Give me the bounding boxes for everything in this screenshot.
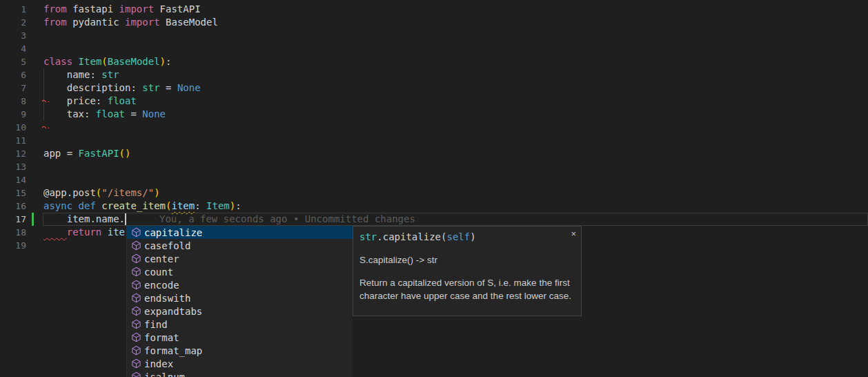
code-token: FastAPI <box>154 3 200 14</box>
code-line[interactable]: 1from fastapi import FastAPI <box>0 3 868 16</box>
symbol-method-icon <box>130 332 141 343</box>
symbol-method-icon <box>130 227 141 238</box>
line-number[interactable]: 10 <box>0 121 26 134</box>
code-line[interactable]: 8 price: float <box>0 95 868 108</box>
line-number[interactable]: 11 <box>0 134 26 147</box>
suggest-item[interactable]: center <box>127 252 353 265</box>
code-line[interactable]: 9 tax: float = None <box>0 108 868 121</box>
gutter-decoration <box>26 160 43 173</box>
gutter-decoration <box>26 121 43 134</box>
code-token: = <box>125 108 142 119</box>
gutter-decoration <box>26 226 43 239</box>
suggest-item[interactable]: count <box>127 265 353 278</box>
suggest-item[interactable]: isalnum <box>127 370 353 377</box>
code-token: import <box>119 3 155 14</box>
line-number[interactable]: 14 <box>0 173 26 186</box>
line-number[interactable]: 5 <box>0 55 26 68</box>
code-line-content: description: str = None <box>43 81 868 95</box>
gutter-decoration <box>26 16 43 29</box>
code-token: ( <box>101 56 107 67</box>
suggest-item[interactable]: endswith <box>127 291 353 304</box>
line-number[interactable]: 6 <box>0 68 26 81</box>
gutter-decoration <box>26 213 43 226</box>
code-token: price: <box>43 95 108 106</box>
line-number[interactable]: 9 <box>0 108 26 121</box>
code-line[interactable]: 7 description: str = None <box>0 81 868 95</box>
line-number[interactable]: 18 <box>0 226 26 239</box>
code-token: () <box>119 148 131 159</box>
code-line-content: from pydantic import BaseModel <box>43 16 868 29</box>
line-number[interactable]: 4 <box>0 42 26 55</box>
code-line-content <box>43 42 868 55</box>
suggest-item[interactable]: index <box>127 357 353 370</box>
code-line[interactable]: 10 <box>0 121 868 134</box>
git-blame-annotation: You, a few seconds ago • Uncommitted cha… <box>125 213 415 224</box>
line-number[interactable]: 15 <box>0 186 26 200</box>
code-line-content: app = FastAPI() <box>43 147 868 160</box>
suggest-item-label: endswith <box>144 293 190 304</box>
line-number[interactable]: 12 <box>0 147 26 160</box>
suggest-item[interactable]: encode <box>127 278 353 291</box>
line-number[interactable]: 17 <box>0 213 26 226</box>
code-line[interactable]: 13 <box>0 160 868 173</box>
suggest-item[interactable]: find <box>127 318 353 331</box>
code-token <box>72 56 78 67</box>
indent-guide <box>43 68 44 81</box>
code-line[interactable]: 17 item.name.You, a few seconds ago • Un… <box>0 213 868 226</box>
code-line-content: @app.post("/items/") <box>43 186 868 200</box>
code-line[interactable]: 4 <box>0 42 868 55</box>
suggest-item[interactable]: capitalize <box>127 226 353 239</box>
code-line[interactable]: 16async def create_item(item: Item): <box>0 200 868 213</box>
gutter-decoration <box>26 42 43 55</box>
code-token: from <box>43 3 67 14</box>
code-line[interactable]: 14 <box>0 173 868 186</box>
code-line[interactable]: 2from pydantic import BaseModel <box>0 16 868 29</box>
code-token: = <box>160 82 177 93</box>
symbol-method-icon <box>130 267 141 278</box>
code-line-content: name: str <box>43 68 868 81</box>
line-number[interactable]: 7 <box>0 81 26 95</box>
line-number[interactable]: 2 <box>0 16 26 29</box>
code-line-content: price: float <box>43 95 868 108</box>
suggest-item-label: expandtabs <box>144 306 202 317</box>
code-token: : <box>195 200 206 211</box>
line-number[interactable]: 8 <box>0 95 26 108</box>
line-number[interactable]: 19 <box>0 239 26 252</box>
suggest-widget: capitalizecasefoldcentercountencodeendsw… <box>126 226 353 377</box>
suggest-item-label: casefold <box>144 240 190 251</box>
line-number[interactable]: 1 <box>0 3 26 16</box>
code-line[interactable]: 3 <box>0 29 868 42</box>
gutter-decoration <box>26 239 43 252</box>
suggest-item[interactable]: format_map <box>127 344 353 357</box>
code-line[interactable]: 6 name: str <box>0 68 868 81</box>
code-token: BaseModel <box>108 56 160 67</box>
suggest-item[interactable]: casefold <box>127 239 353 252</box>
suggest-docs-panel: × str.capitalize(self) S.capitalize() ->… <box>353 226 582 316</box>
code-line-content: from fastapi import FastAPI <box>43 3 868 16</box>
symbol-method-icon <box>130 319 141 330</box>
error-squiggle <box>42 93 49 96</box>
docs-description: Return a capitalized version of S, i.e. … <box>359 276 579 302</box>
code-line[interactable]: 5class Item(BaseModel): <box>0 55 868 68</box>
gutter-decoration <box>26 134 43 147</box>
suggest-item[interactable]: format <box>127 331 353 344</box>
line-number[interactable]: 16 <box>0 200 26 213</box>
line-number[interactable]: 13 <box>0 160 26 173</box>
suggest-item[interactable]: expandtabs <box>127 304 353 318</box>
line-number[interactable]: 3 <box>0 29 26 42</box>
code-token: str <box>359 231 377 242</box>
code-line[interactable]: 12app = FastAPI() <box>0 147 868 160</box>
code-token: description: <box>43 82 142 93</box>
code-token: .capitalize( <box>377 231 446 242</box>
code-token: None <box>142 108 166 119</box>
code-token: tax: <box>43 108 96 119</box>
code-token: ) <box>154 187 159 198</box>
code-line[interactable]: 15@app.post("/items/") <box>0 186 868 200</box>
code-line[interactable]: 11 <box>0 134 868 147</box>
code-token: @app.post <box>43 187 96 198</box>
close-icon[interactable]: × <box>571 229 576 238</box>
code-token: create_item <box>101 200 166 211</box>
suggest-item-label: find <box>144 319 168 330</box>
code-token: ) <box>230 200 235 211</box>
code-token: name: <box>43 69 101 80</box>
